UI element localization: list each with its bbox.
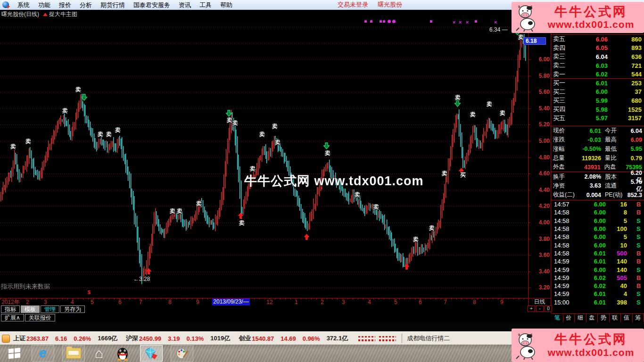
start-button[interactable] xyxy=(5,346,24,361)
level-row[interactable]: 卖一6.02544 xyxy=(551,70,644,79)
panel-tab-筹[interactable]: 筹 xyxy=(633,314,644,322)
tick-time: 14:58 xyxy=(551,209,578,216)
extension-tabs-row: 扩展∧关联报价 xyxy=(0,313,552,322)
level-label: 买四 xyxy=(551,105,575,114)
tick-row: 14:596.0240B xyxy=(551,282,644,290)
index-change: 14.69 xyxy=(281,335,296,342)
menu-item-5[interactable]: 国泰君安服务 xyxy=(129,0,174,9)
divider xyxy=(402,334,402,343)
level-row[interactable]: 买五5.973157 xyxy=(551,114,644,123)
tick-side: B xyxy=(636,201,644,208)
tick-side: S xyxy=(636,242,644,249)
tick-price: 6.01 xyxy=(578,290,606,297)
ext-tab-0[interactable]: 扩展∧ xyxy=(1,314,24,321)
panel-tab-笔[interactable]: 笔 xyxy=(552,314,563,322)
tick-side: S xyxy=(636,225,644,232)
zoom-button-0[interactable]: 0 xyxy=(545,305,552,312)
menu-item-2[interactable]: 报价 xyxy=(55,0,75,9)
tab-3[interactable]: 另存为 xyxy=(60,305,85,313)
taskbar-explorer-button[interactable] xyxy=(62,345,85,362)
level-row[interactable]: 买一6.01253 xyxy=(551,79,644,88)
info-value: 5.95 xyxy=(627,146,644,152)
trade-status-label[interactable]: 交易未登录 xyxy=(338,0,368,9)
date-axis-label: 3 xyxy=(44,299,47,305)
date-axis-label: 5 xyxy=(91,299,94,305)
index-quote[interactable]: 沪深2450.993.190.13%1019亿 xyxy=(126,334,239,343)
menu-item-7[interactable]: 工具 xyxy=(195,0,216,9)
taskbar-home-button[interactable]: ⌂ xyxy=(90,346,108,361)
tick-row: 14:586.008B xyxy=(551,208,644,216)
level-row[interactable]: 买三5.99680 xyxy=(551,96,644,105)
period-label[interactable]: 日线 xyxy=(528,298,551,305)
date-axis-label: 6 xyxy=(419,299,422,305)
taskbar-tdx-button[interactable] xyxy=(140,345,163,362)
price-axis-label: 3.40 xyxy=(539,269,550,274)
tick-price: 6.00 xyxy=(578,217,606,224)
panel-tab-值[interactable]: 值 xyxy=(621,314,633,322)
level-row[interactable]: 买二6.0037 xyxy=(551,88,644,97)
level-row[interactable]: 卖四6.05893 xyxy=(551,44,644,53)
level-row[interactable]: 卖二6.03721 xyxy=(551,61,644,70)
taskbar-paint-button[interactable] xyxy=(171,345,193,362)
price-axis-label: 5.00 xyxy=(539,138,550,144)
tick-row: 14:586.01500B xyxy=(551,249,644,257)
home-icon: ⌂ xyxy=(95,346,103,361)
tick-time: 14:59 xyxy=(551,266,578,273)
tab-2[interactable]: 管理 xyxy=(41,305,59,313)
zoom-button-+[interactable]: + xyxy=(528,305,535,312)
network-signal-icon xyxy=(358,336,397,342)
price-axis-label: 5.60 xyxy=(539,89,550,95)
tab-1[interactable]: 模板 xyxy=(21,305,40,313)
tick-price: 6.00 xyxy=(578,266,606,273)
index-quote[interactable]: 创业1540.8714.690.96%372.1亿 xyxy=(239,334,356,343)
menu-item-3[interactable]: 分析 xyxy=(75,0,96,9)
current-price-tag: 6.18 xyxy=(523,37,546,45)
menu-item-1[interactable]: 功能 xyxy=(34,0,55,9)
axis-tick xyxy=(528,272,530,272)
panel-tab-盘[interactable]: 盘 xyxy=(586,314,598,322)
tick-time: 14:58 xyxy=(551,225,578,232)
tab-0[interactable]: 指标 xyxy=(1,305,20,313)
tick-volume: 5 xyxy=(606,217,636,224)
status-icon[interactable] xyxy=(2,335,10,343)
current-stock-label[interactable]: 曙光股份 xyxy=(378,0,402,9)
axis-tick xyxy=(528,255,530,255)
tick-volume: 16 xyxy=(606,201,636,208)
index-value: 2363.87 xyxy=(26,335,49,342)
menu-item-4[interactable]: 期货行情 xyxy=(96,0,129,9)
ie-icon: e xyxy=(39,347,46,360)
panel-tab-联[interactable]: 联 xyxy=(610,314,621,322)
level-row[interactable]: 卖五6.06860 xyxy=(551,35,644,44)
ext-tab-1[interactable]: 关联报价 xyxy=(25,314,55,321)
level-row[interactable]: 卖三6.04636 xyxy=(551,52,644,61)
candlestick-chart[interactable] xyxy=(0,19,528,298)
connection-label[interactable]: 成都电信行情二 xyxy=(407,334,450,343)
menu-item-6[interactable]: 资讯 xyxy=(174,0,195,9)
level-price: 5.98 xyxy=(575,106,608,113)
ad-banner-top[interactable]: 牛牛公式网 www.tdx001.com xyxy=(512,2,644,33)
tick-price: 6.00 xyxy=(578,242,606,249)
indicator-tabs-row: 指标模板管理另存为 xyxy=(0,305,527,314)
index-quote[interactable]: 上证2363.876.160.26%1669亿 xyxy=(13,334,126,343)
zoom-button--[interactable]: - xyxy=(536,305,544,312)
taskbar-ie-button[interactable]: e xyxy=(32,345,54,362)
tick-list[interactable]: 14:576.0016B14:586.008B14:586.005S14:586… xyxy=(551,200,644,306)
panel-tab-细[interactable]: 细 xyxy=(575,314,586,322)
date-axis-label: 2 xyxy=(321,299,324,305)
panel-tab-价[interactable]: 价 xyxy=(563,314,575,322)
date-axis-label: 5 xyxy=(394,299,397,305)
tick-price: 6.01 xyxy=(578,258,606,265)
taskbar-qq-button[interactable] xyxy=(113,346,132,361)
tick-volume: 40 xyxy=(606,282,636,289)
tick-side: S xyxy=(636,299,644,306)
level-row[interactable]: 买四5.981525 xyxy=(551,105,644,114)
info-label: 涨幅 xyxy=(551,145,575,153)
menu-item-0[interactable]: 系统 xyxy=(13,0,34,9)
menu-item-8[interactable]: 帮助 xyxy=(216,0,237,9)
panel-tab-势[interactable]: 势 xyxy=(598,314,610,322)
sell-levels: 卖五6.06860卖四6.05893卖三6.04636卖二6.03721卖一6.… xyxy=(551,34,644,79)
tick-side: B xyxy=(636,282,644,289)
info-value: 852.3 xyxy=(627,192,644,198)
tick-side: B xyxy=(636,209,644,216)
ad-banner-bottom[interactable]: 牛牛公式网 www.tdx001.com xyxy=(512,329,644,362)
